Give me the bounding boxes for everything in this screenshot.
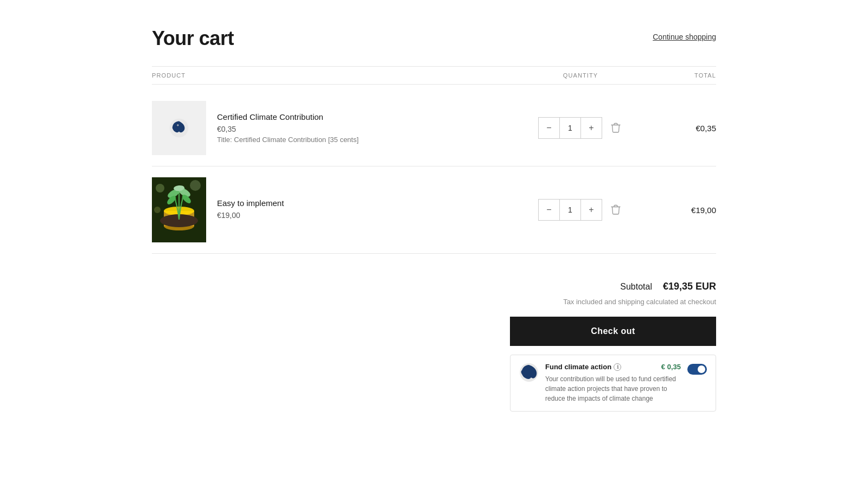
climate-widget-header: Fund climate action ℹ € 0,35 [545, 363, 681, 371]
product-name: Certified Climate Contribution [217, 112, 526, 121]
climate-widget-content: Fund climate action ℹ € 0,35 Your contri… [545, 363, 681, 403]
cart-table: PRODUCT QUANTITY TOTAL Certi [152, 66, 716, 254]
cart-table-header: PRODUCT QUANTITY TOTAL [152, 66, 716, 85]
cart-summary: Subtotal €19,35 EUR Tax included and shi… [152, 281, 716, 412]
continue-shopping-link[interactable]: Continue shopping [653, 27, 716, 41]
product-info: Certified Climate Contribution €0,35 Tit… [217, 112, 526, 144]
item-total: €19,00 [635, 206, 716, 215]
product-info: Easy to implement €19,00 [217, 198, 526, 222]
qty-decrease-button[interactable]: − [539, 118, 559, 138]
qty-input[interactable] [559, 118, 581, 138]
climate-widget-price: € 0,35 [661, 363, 681, 371]
qty-increase-button[interactable]: + [581, 118, 602, 138]
qty-increase-button[interactable]: + [581, 200, 602, 220]
product-image-climate [152, 101, 206, 155]
col-quantity-label: QUANTITY [526, 72, 635, 79]
product-cell: Certified Climate Contribution €0,35 Tit… [152, 101, 526, 155]
svg-point-17 [190, 180, 201, 191]
qty-decrease-button[interactable]: − [539, 200, 559, 220]
cart-header: Your cart Continue shopping [152, 27, 716, 50]
product-image-plants [152, 177, 206, 242]
subtotal-label: Subtotal [620, 282, 652, 292]
col-total-label: TOTAL [635, 72, 716, 79]
climate-widget-description: Your contribution will be used to fund c… [545, 374, 681, 403]
delete-item-button[interactable] [609, 120, 623, 136]
item-total: €0,35 [635, 124, 716, 133]
product-variant: Title: Certified Climate Contribution [3… [217, 136, 526, 144]
qty-control: − + [538, 117, 602, 139]
svg-point-18 [154, 207, 161, 213]
qty-input[interactable] [559, 200, 581, 220]
climate-toggle[interactable] [687, 364, 707, 375]
subtotal-row: Subtotal €19,35 EUR [620, 281, 716, 292]
subtotal-value: €19,35 EUR [663, 281, 716, 292]
table-row: Certified Climate Contribution €0,35 Tit… [152, 90, 716, 166]
tax-note: Tax included and shipping calculated at … [563, 298, 716, 306]
toggle-thumb [698, 365, 705, 373]
delete-item-button[interactable] [609, 202, 623, 217]
page-title: Your cart [152, 27, 234, 50]
trash-icon [611, 204, 621, 215]
svg-point-3 [177, 125, 178, 125]
climate-widget-title: Fund climate action ℹ [545, 363, 621, 371]
product-cell: Easy to implement €19,00 [152, 177, 526, 242]
quantity-cell: − + [526, 199, 635, 221]
col-product-label: PRODUCT [152, 72, 526, 79]
product-price: €0,35 [217, 125, 526, 133]
climate-widget: Fund climate action ℹ € 0,35 Your contri… [510, 355, 716, 412]
quantity-cell: − + [526, 117, 635, 139]
trash-icon [611, 123, 621, 133]
climate-info-icon[interactable]: ℹ [614, 363, 621, 371]
svg-point-16 [156, 184, 164, 192]
climate-widget-icon [519, 363, 539, 382]
product-price: €19,00 [217, 211, 526, 220]
svg-point-1 [176, 123, 182, 130]
checkout-button[interactable]: Check out [510, 317, 716, 346]
qty-control: − + [538, 199, 602, 221]
product-name: Easy to implement [217, 198, 526, 208]
table-row: Easy to implement €19,00 − + €19,00 [152, 166, 716, 254]
